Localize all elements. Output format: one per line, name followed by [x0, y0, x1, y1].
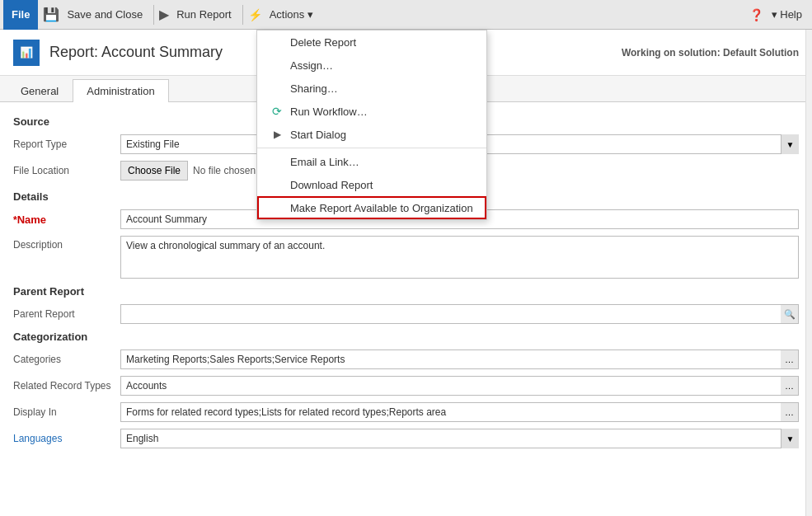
- parent-report-row: Parent Report 🔍: [13, 304, 799, 324]
- languages-label: Languages: [13, 433, 120, 444]
- menu-item-delete-report[interactable]: Delete Report: [257, 30, 486, 54]
- help-button[interactable]: ▾ Help: [765, 5, 809, 24]
- assign-icon: [270, 59, 284, 72]
- categories-label: Categories: [13, 354, 120, 365]
- delete-report-label: Delete Report: [290, 36, 356, 49]
- save-icon: 💾: [43, 7, 59, 22]
- help-icon: ❓: [749, 8, 763, 21]
- related-record-types-input[interactable]: [120, 376, 781, 396]
- parent-report-section-title: Parent Report: [13, 285, 799, 298]
- no-file-text: No file chosen: [193, 165, 256, 176]
- start-dialog-label: Start Dialog: [290, 129, 346, 141]
- sharing-label: Sharing…: [290, 82, 338, 95]
- actions-dropdown: Delete Report Assign… Sharing… ⟳ Run Wor…: [256, 30, 487, 220]
- separator-2: [242, 5, 243, 25]
- email-link-icon: [270, 155, 284, 168]
- description-textarea[interactable]: View a chronological summary of an accou…: [120, 236, 799, 279]
- menu-item-sharing[interactable]: Sharing…: [257, 77, 486, 100]
- languages-row: Languages English ▼: [13, 429, 799, 448]
- languages-select[interactable]: English: [120, 429, 799, 448]
- delete-report-icon: [270, 35, 284, 49]
- right-scrollbar-rail: [805, 30, 812, 516]
- tab-administration[interactable]: Administration: [73, 79, 168, 102]
- related-record-types-ellipsis-button[interactable]: …: [781, 376, 799, 396]
- download-report-label: Download Report: [290, 179, 373, 191]
- display-in-input[interactable]: [120, 402, 781, 422]
- description-label: Description: [13, 236, 120, 251]
- categorization-section-title: Categorization: [13, 331, 799, 343]
- working-on-text: Working on solution: Default Solution: [622, 47, 799, 59]
- menu-item-download-report[interactable]: Download Report: [257, 173, 486, 196]
- record-icon-symbol: 📊: [20, 46, 33, 59]
- run-report-icon: ▶: [159, 7, 169, 22]
- separator-1: [153, 5, 154, 25]
- toolbar: File 💾 Save and Close ▶ Run Report ⚡ Act…: [0, 0, 812, 30]
- sharing-icon: [270, 82, 284, 95]
- make-report-label: Make Report Available to Organization: [290, 202, 473, 214]
- report-type-label: Report Type: [13, 138, 120, 150]
- actions-label: Actions ▾: [270, 8, 313, 21]
- file-location-label: File Location: [13, 165, 120, 176]
- record-title: Report: Account Summary: [49, 44, 223, 61]
- actions-icon: ⚡: [248, 8, 262, 21]
- menu-item-run-workflow[interactable]: ⟳ Run Workflow…: [257, 100, 486, 123]
- name-label: *Name: [13, 213, 120, 226]
- choose-file-button[interactable]: Choose File: [120, 161, 188, 181]
- tab-general[interactable]: General: [7, 79, 73, 102]
- display-in-row: Display In …: [13, 402, 799, 422]
- record-icon: 📊: [13, 40, 40, 66]
- make-report-icon: [270, 201, 284, 214]
- help-label: ▾ Help: [772, 8, 802, 21]
- menu-item-assign[interactable]: Assign…: [257, 54, 486, 77]
- categories-ellipsis-button[interactable]: …: [781, 349, 799, 369]
- display-in-label: Display In: [13, 406, 120, 418]
- save-close-label: Save and Close: [67, 8, 143, 21]
- languages-select-wrapper: English ▼: [120, 429, 799, 448]
- parent-report-input[interactable]: [120, 304, 781, 324]
- actions-button[interactable]: Actions ▾: [264, 2, 319, 27]
- description-row: Description View a chronological summary…: [13, 236, 799, 279]
- related-record-types-label: Related Record Types: [13, 380, 120, 392]
- menu-divider: [257, 148, 486, 148]
- start-dialog-icon: ▶: [270, 128, 284, 141]
- categories-row: Categories …: [13, 349, 799, 369]
- categories-input[interactable]: [120, 349, 781, 369]
- menu-item-make-report[interactable]: Make Report Available to Organization: [257, 196, 486, 219]
- menu-item-email-link[interactable]: Email a Link…: [257, 150, 486, 173]
- menu-item-start-dialog[interactable]: ▶ Start Dialog: [257, 123, 486, 146]
- email-link-label: Email a Link…: [290, 156, 359, 168]
- download-report-icon: [270, 178, 284, 191]
- display-in-ellipsis-button[interactable]: …: [781, 402, 799, 422]
- save-close-button[interactable]: Save and Close: [61, 2, 148, 27]
- run-report-button[interactable]: Run Report: [171, 2, 237, 27]
- related-record-types-row: Related Record Types …: [13, 376, 799, 396]
- run-workflow-icon: ⟳: [270, 105, 284, 118]
- run-report-label: Run Report: [176, 8, 231, 21]
- parent-report-label: Parent Report: [13, 308, 120, 320]
- parent-report-search-button[interactable]: 🔍: [781, 304, 799, 324]
- assign-label: Assign…: [290, 59, 333, 72]
- run-workflow-label: Run Workflow…: [290, 106, 368, 118]
- file-button[interactable]: File: [3, 0, 38, 30]
